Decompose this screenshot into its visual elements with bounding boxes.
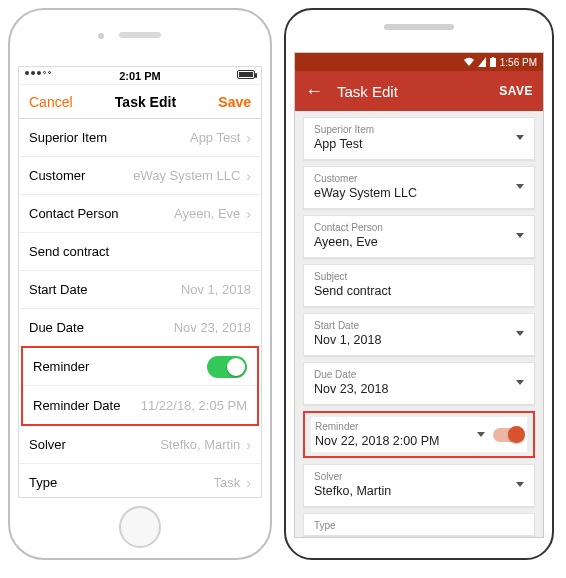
field-label: Contact Person <box>29 206 119 221</box>
dropdown-caret-icon <box>516 380 524 385</box>
card-type[interactable]: Type <box>303 513 535 536</box>
chevron-right-icon: › <box>246 168 251 184</box>
field-value: Nov 23, 2018 <box>314 382 508 396</box>
field-value: 11/22/18, 2:05 PM <box>141 398 247 413</box>
dropdown-caret-icon <box>516 135 524 140</box>
row-customer[interactable]: Customer eWay System LLC› <box>19 157 261 195</box>
iphone-device-frame: 2:01 PM Cancel Task Edit Save Superior I… <box>8 8 272 560</box>
save-button[interactable]: Save <box>218 94 251 110</box>
field-label: Solver <box>29 437 66 452</box>
field-value: Nov 1, 2018 <box>314 333 508 347</box>
card-superior-item[interactable]: Superior Item App Test <box>303 117 535 160</box>
field-label: Type <box>29 475 57 490</box>
field-value: eWay System LLC <box>133 168 240 183</box>
chevron-right-icon: › <box>246 475 251 491</box>
dropdown-caret-icon <box>516 233 524 238</box>
field-label: Reminder <box>33 359 89 374</box>
field-value: Nov 22, 2018 2:00 PM <box>315 434 469 448</box>
field-label: Type <box>314 520 524 531</box>
field-value: App Test <box>190 130 240 145</box>
field-label: Due Date <box>29 320 84 335</box>
field-label: Reminder <box>315 421 469 432</box>
dropdown-caret-icon <box>516 482 524 487</box>
chevron-right-icon: › <box>246 437 251 453</box>
signal-dots-icon <box>25 71 51 75</box>
row-subject[interactable]: Send contract <box>19 233 261 271</box>
card-solver[interactable]: Solver Stefko, Martin <box>303 464 535 507</box>
card-start-date[interactable]: Start Date Nov 1, 2018 <box>303 313 535 356</box>
iphone-camera <box>98 33 104 39</box>
svg-rect-0 <box>490 58 496 67</box>
svg-rect-1 <box>492 57 494 58</box>
field-label: Contact Person <box>314 222 508 233</box>
field-label: Reminder Date <box>33 398 120 413</box>
android-screen: 1:56 PM ← Task Edit SAVE Superior Item A… <box>294 52 544 538</box>
wifi-icon <box>464 57 474 67</box>
ios-form-list: Superior Item App Test› Customer eWay Sy… <box>19 119 261 497</box>
reminder-toggle[interactable] <box>493 428 523 442</box>
battery-icon <box>237 70 255 79</box>
card-reminder[interactable]: Reminder Nov 22, 2018 2:00 PM <box>311 417 527 452</box>
field-value: eWay System LLC <box>314 186 508 200</box>
row-contact-person[interactable]: Contact Person Ayeen, Eve› <box>19 195 261 233</box>
chevron-right-icon: › <box>246 206 251 222</box>
dropdown-caret-icon <box>516 184 524 189</box>
page-title: Task Edit <box>115 94 176 110</box>
field-value: Ayeen, Eve <box>314 235 508 249</box>
home-button[interactable] <box>119 506 161 548</box>
iphone-screen: 2:01 PM Cancel Task Edit Save Superior I… <box>18 66 262 498</box>
field-value: Stefko, Martin <box>314 484 508 498</box>
ios-status-bar: 2:01 PM <box>19 67 261 85</box>
dropdown-caret-icon <box>477 432 485 437</box>
status-time: 2:01 PM <box>119 70 161 82</box>
android-form-body: Superior Item App Test Customer eWay Sys… <box>295 111 543 537</box>
reminder-highlight-box: Reminder Nov 22, 2018 2:00 PM <box>303 411 535 458</box>
field-label: Customer <box>314 173 508 184</box>
signal-icon <box>478 57 486 67</box>
page-title: Task Edit <box>337 83 398 100</box>
field-label: Solver <box>314 471 508 482</box>
reminder-highlight-box: Reminder Reminder Date 11/22/18, 2:05 PM <box>21 346 259 426</box>
row-solver[interactable]: Solver Stefko, Martin› <box>19 426 261 464</box>
field-label: Superior Item <box>29 130 107 145</box>
reminder-toggle[interactable] <box>207 356 247 378</box>
android-device-frame: 1:56 PM ← Task Edit SAVE Superior Item A… <box>284 8 554 560</box>
chevron-right-icon: › <box>246 130 251 146</box>
back-button[interactable]: ← <box>305 82 323 100</box>
android-status-bar: 1:56 PM <box>295 53 543 71</box>
android-app-bar: ← Task Edit SAVE <box>295 71 543 111</box>
iphone-speaker <box>119 32 161 38</box>
field-value: Send contract <box>29 244 109 259</box>
field-label: Superior Item <box>314 124 508 135</box>
field-value: Send contract <box>314 284 524 298</box>
field-value: Nov 23, 2018 <box>174 320 251 335</box>
card-contact-person[interactable]: Contact Person Ayeen, Eve <box>303 215 535 258</box>
field-value: Nov 1, 2018 <box>181 282 251 297</box>
android-speaker <box>384 24 454 30</box>
row-reminder-date[interactable]: Reminder Date 11/22/18, 2:05 PM <box>23 386 257 424</box>
card-customer[interactable]: Customer eWay System LLC <box>303 166 535 209</box>
field-value: Ayeen, Eve <box>174 206 240 221</box>
field-value: App Test <box>314 137 508 151</box>
field-label: Due Date <box>314 369 508 380</box>
row-start-date[interactable]: Start Date Nov 1, 2018 <box>19 271 261 309</box>
field-label: Subject <box>314 271 524 282</box>
field-label: Start Date <box>29 282 88 297</box>
dropdown-caret-icon <box>516 331 524 336</box>
row-superior-item[interactable]: Superior Item App Test› <box>19 119 261 157</box>
card-subject[interactable]: Subject Send contract <box>303 264 535 307</box>
save-button[interactable]: SAVE <box>499 84 533 98</box>
field-value: Task <box>214 475 241 490</box>
field-value: Stefko, Martin <box>160 437 240 452</box>
row-due-date[interactable]: Due Date Nov 23, 2018 <box>19 309 261 347</box>
row-reminder: Reminder <box>23 348 257 386</box>
battery-icon <box>490 57 496 67</box>
row-type[interactable]: Type Task› <box>19 464 261 497</box>
card-due-date[interactable]: Due Date Nov 23, 2018 <box>303 362 535 405</box>
ios-nav-bar: Cancel Task Edit Save <box>19 85 261 119</box>
status-time: 1:56 PM <box>500 57 537 68</box>
field-label: Customer <box>29 168 85 183</box>
cancel-button[interactable]: Cancel <box>29 94 73 110</box>
field-label: Start Date <box>314 320 508 331</box>
